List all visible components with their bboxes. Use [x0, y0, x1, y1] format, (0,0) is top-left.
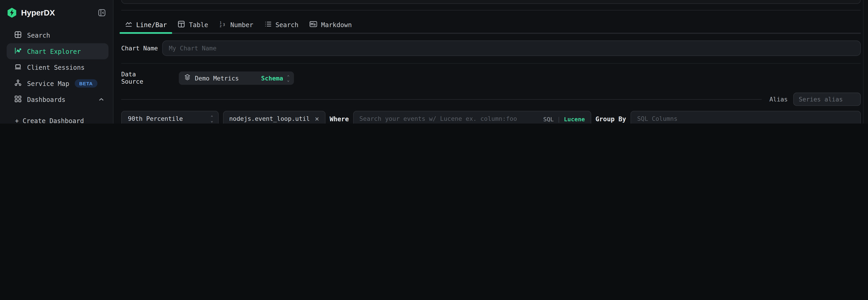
svg-text:1: 1	[220, 21, 222, 24]
chart-name-label: Chart Name	[121, 45, 161, 52]
tab-number[interactable]: 123 Number	[214, 17, 259, 33]
aggregation-select[interactable]: 90th Percentile ⌃⌄	[121, 111, 219, 123]
brand-name: HyperDX	[21, 8, 98, 17]
layers-icon	[184, 74, 191, 83]
service-map-icon	[14, 79, 22, 88]
tab-line-bar[interactable]: Line/Bar	[120, 17, 173, 33]
lucene-toggle[interactable]: Lucene	[564, 115, 585, 122]
close-icon[interactable]: ×	[315, 115, 319, 122]
tab-search[interactable]: Search	[259, 17, 304, 33]
alias-label: Alias	[769, 96, 788, 103]
line-chart-icon	[125, 20, 132, 29]
sidebar-item-label: Client Sessions	[27, 63, 85, 71]
chart-name-row: Chart Name	[121, 40, 861, 56]
select-updown-icon: ⌃⌄	[287, 75, 289, 81]
data-source-select[interactable]: Demo Metrics Schema ⌃⌄	[179, 72, 294, 85]
alias-input[interactable]	[793, 92, 861, 106]
divider	[121, 10, 861, 10]
sidebar-item-client-sessions[interactable]: Client Sessions	[7, 59, 108, 76]
sidebar-item-label: Dashboards	[27, 96, 65, 103]
group-by-input[interactable]	[630, 111, 861, 123]
aggregation-value: 90th Percentile	[128, 115, 211, 122]
svg-text:3: 3	[223, 22, 225, 26]
main-content: Line/Bar Table 123 Number Search Markdow…	[114, 0, 863, 124]
chart-preview-edge	[121, 0, 861, 4]
divider	[121, 63, 861, 63]
sidebar-item-chart-explorer[interactable]: Chart Explorer	[7, 43, 108, 59]
tab-table[interactable]: Table	[173, 17, 214, 33]
data-source-label: Data Source	[121, 71, 161, 85]
sidebar-item-label: Service Map	[27, 80, 69, 87]
group-by-label: Group By	[595, 115, 626, 122]
dashboards-icon	[14, 95, 22, 104]
chart-type-tabs: Line/Bar Table 123 Number Search Markdow…	[121, 17, 861, 34]
brand-row: HyperDX	[0, 0, 113, 18]
laptop-icon	[14, 63, 22, 72]
metric-name: nodejs.event_loop.util	[229, 115, 310, 122]
tab-markdown[interactable]: Markdown	[304, 17, 357, 33]
where-input-wrap: SQL | Lucene	[353, 111, 591, 123]
divider	[121, 99, 762, 100]
query-language-toggle[interactable]: SQL | Lucene	[543, 115, 585, 122]
metric-chip[interactable]: nodejs.event_loop.util ×	[223, 111, 326, 123]
chevron-up-icon[interactable]	[99, 97, 104, 103]
grid-search-icon	[14, 31, 22, 40]
where-search-input[interactable]	[359, 115, 540, 122]
sql-toggle[interactable]: SQL	[543, 115, 554, 122]
sidebar-collapse-icon[interactable]	[98, 9, 106, 17]
chart-explorer-page: HyperDX Search Chart Explorer Client Ses…	[0, 0, 868, 124]
vertical-scrollbar[interactable]	[863, 0, 868, 124]
select-updown-icon: ⌃⌄	[211, 116, 213, 122]
chart-name-input[interactable]	[162, 40, 861, 56]
schema-link[interactable]: Schema	[261, 75, 283, 82]
list-icon	[265, 20, 272, 29]
beta-badge: BETA	[75, 79, 97, 87]
where-label: Where	[330, 115, 349, 122]
series-builder-row: 90th Percentile ⌃⌄ nodejs.event_loop.uti…	[121, 111, 861, 123]
chart-line-icon	[14, 47, 22, 56]
sidebar-nav: Search Chart Explorer Client Sessions Se…	[0, 27, 113, 108]
sidebar-item-search[interactable]: Search	[7, 27, 108, 43]
alias-row: Alias	[121, 92, 861, 106]
sidebar-item-label: Search	[27, 31, 50, 39]
data-source-row: Data Source Demo Metrics Schema ⌃⌄	[121, 72, 861, 85]
markdown-icon	[309, 20, 317, 29]
number-123-icon: 123	[219, 20, 226, 29]
create-dashboard-button[interactable]: + Create Dashboard	[0, 108, 113, 124]
sidebar-item-label: Chart Explorer	[27, 48, 81, 55]
sidebar-item-dashboards[interactable]: Dashboards	[7, 91, 108, 108]
data-source-value: Demo Metrics	[195, 75, 257, 82]
sidebar: HyperDX Search Chart Explorer Client Ses…	[0, 0, 114, 124]
svg-text:2: 2	[220, 24, 222, 27]
hyperdx-logo-icon	[7, 8, 17, 18]
table-icon	[178, 20, 185, 29]
sidebar-item-service-map[interactable]: Service Map BETA	[7, 76, 108, 92]
